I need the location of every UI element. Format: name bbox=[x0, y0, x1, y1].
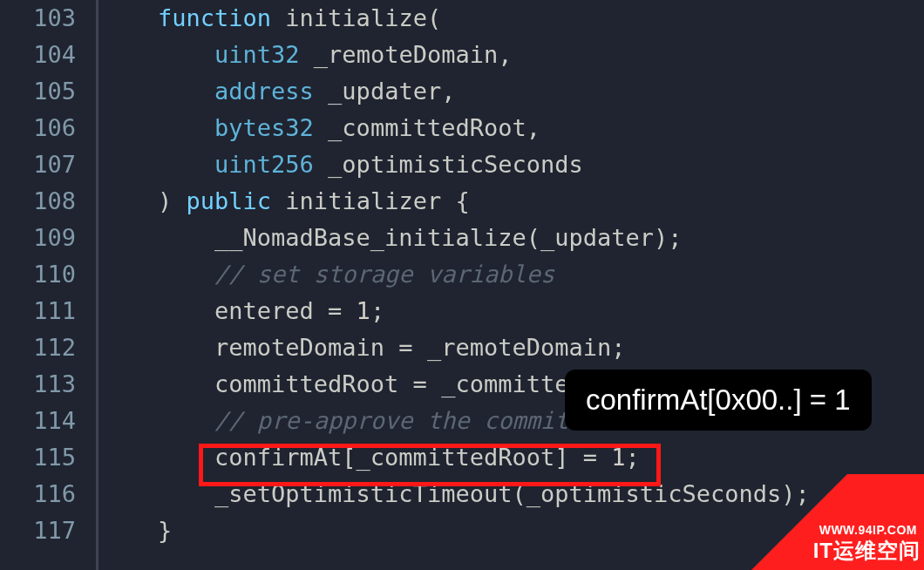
indent bbox=[101, 334, 214, 361]
line-number: 103 bbox=[0, 0, 85, 37]
code-line-109: __NomadBase_initialize(_updater); bbox=[101, 220, 924, 256]
code-line-110: // set storage variables bbox=[101, 256, 924, 293]
code-line-106: bytes32 _committedRoot, bbox=[101, 110, 924, 146]
code-line-111: entered = 1; bbox=[101, 293, 924, 329]
type-bytes32: bytes32 bbox=[214, 114, 314, 141]
paren-open: ( bbox=[427, 4, 441, 31]
paren-close: ) bbox=[158, 187, 187, 214]
line-number: 108 bbox=[0, 183, 85, 220]
type-uint256: uint256 bbox=[214, 151, 314, 178]
indent bbox=[101, 480, 214, 507]
param-optimistic-seconds: _optimisticSeconds bbox=[328, 151, 583, 178]
indent bbox=[101, 114, 214, 141]
keyword-public: public bbox=[187, 187, 272, 214]
comment-set-storage: // set storage variables bbox=[214, 261, 554, 288]
call-nomadbase-initialize: __NomadBase_initialize(_updater); bbox=[214, 224, 682, 251]
literal-one: 1 bbox=[357, 297, 370, 324]
indent bbox=[101, 370, 214, 397]
indent bbox=[101, 517, 158, 544]
code-area: function initialize( uint32 _remoteDomai… bbox=[101, 0, 924, 549]
indent bbox=[101, 444, 214, 471]
line-number: 106 bbox=[0, 110, 85, 146]
type-address: address bbox=[214, 78, 314, 105]
comma: , bbox=[498, 41, 512, 68]
semicolon: ; bbox=[625, 444, 639, 471]
space bbox=[271, 187, 285, 214]
line-number: 112 bbox=[0, 329, 85, 366]
space bbox=[300, 41, 314, 68]
code-line-104: uint32 _remoteDomain, bbox=[101, 37, 924, 73]
code-line-108: ) public initializer { bbox=[101, 183, 924, 220]
line-number: 115 bbox=[0, 439, 85, 476]
keyword-function: function bbox=[158, 4, 271, 31]
comma: , bbox=[441, 78, 455, 105]
code-line-103: function initialize( bbox=[101, 0, 924, 37]
modifier-initializer: initializer { bbox=[285, 187, 469, 214]
indent bbox=[101, 78, 214, 105]
space bbox=[314, 151, 328, 178]
indent bbox=[101, 297, 214, 324]
line-number: 116 bbox=[0, 476, 85, 512]
space bbox=[314, 78, 328, 105]
indent bbox=[101, 187, 158, 214]
line-number: 107 bbox=[0, 146, 85, 183]
call-set-optimistic-timeout: _setOptimisticTimeout(_optimisticSeconds… bbox=[214, 480, 810, 507]
space bbox=[314, 114, 328, 141]
literal-one: 1 bbox=[611, 444, 625, 471]
function-name: initialize bbox=[285, 4, 427, 31]
param-committed-root: _committedRoot bbox=[328, 114, 527, 141]
semicolon: ; bbox=[370, 297, 384, 324]
comma: , bbox=[527, 114, 540, 141]
assign-confirm-at: confirmAt[_committedRoot] = bbox=[214, 444, 611, 471]
indent bbox=[101, 261, 214, 288]
indent bbox=[101, 407, 214, 434]
code-line-105: address _updater, bbox=[101, 73, 924, 110]
line-number: 105 bbox=[0, 73, 85, 110]
line-number: 111 bbox=[0, 293, 85, 329]
param-updater: _updater bbox=[328, 78, 441, 105]
code-line-116: _setOptimisticTimeout(_optimisticSeconds… bbox=[101, 476, 924, 512]
brace-close: } bbox=[158, 517, 172, 544]
space bbox=[271, 4, 285, 31]
param-remote-domain: _remoteDomain bbox=[314, 41, 498, 68]
line-number: 110 bbox=[0, 256, 85, 293]
line-number-gutter: 103 104 105 106 107 108 109 110 111 112 … bbox=[0, 0, 85, 570]
line-number: 104 bbox=[0, 37, 85, 73]
line-number: 114 bbox=[0, 403, 85, 439]
code-line-115: confirmAt[_committedRoot] = 1; bbox=[101, 439, 924, 476]
indent bbox=[101, 224, 214, 251]
type-uint32: uint32 bbox=[214, 41, 300, 68]
line-number: 113 bbox=[0, 366, 85, 403]
code-line-107: uint256 _optimisticSeconds bbox=[101, 146, 924, 183]
indent bbox=[101, 4, 158, 31]
code-line-112: remoteDomain = _remoteDomain; bbox=[101, 329, 924, 366]
code-line-117: } bbox=[101, 512, 924, 549]
assign-remote-domain: remoteDomain = _remoteDomain; bbox=[214, 334, 625, 361]
line-number: 117 bbox=[0, 512, 85, 549]
annotation-tooltip: confirmAt[0x00..] = 1 bbox=[565, 370, 872, 431]
indent bbox=[101, 41, 214, 68]
line-number: 109 bbox=[0, 220, 85, 256]
gutter-border bbox=[96, 0, 99, 570]
assign-entered: entered = bbox=[214, 297, 357, 324]
indent bbox=[101, 151, 214, 178]
